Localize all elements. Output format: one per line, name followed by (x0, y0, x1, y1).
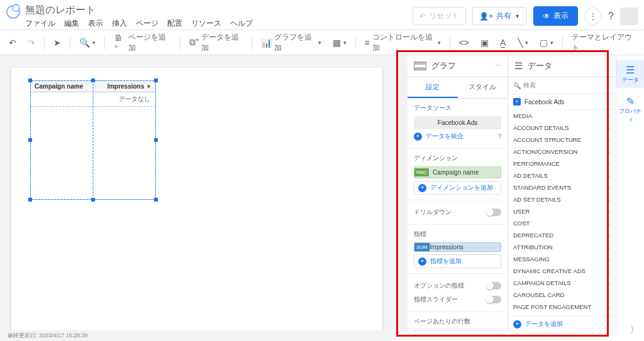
help-button[interactable]: ? (608, 11, 614, 22)
field-category[interactable]: COST⌄ (508, 217, 616, 229)
person-add-icon: 👤+ (479, 12, 493, 21)
chart-type-dropdown[interactable]: グラフ (431, 60, 491, 72)
rows-label: ページあたりの行数 (414, 317, 501, 326)
field-category[interactable]: DYNAMIC CREATIVE ADS⌄ (508, 265, 616, 277)
field-category[interactable]: ACCOUNT STRUCTURE⌄ (508, 134, 616, 146)
field-category[interactable]: PERFORMANCE⌄ (508, 158, 616, 170)
chevron-down-icon: ⌄ (606, 184, 611, 191)
plus-icon: + (418, 257, 426, 266)
field-category[interactable]: STANDARD EVENTS⌄ (508, 181, 616, 193)
datasource-label: データソース (414, 104, 501, 112)
redo-icon: ↷ (28, 38, 35, 48)
menu-help[interactable]: ヘルプ (230, 18, 253, 29)
rail-properties[interactable]: ✎プロパティ (616, 92, 644, 127)
blend-data-button[interactable]: +データを統合? (414, 129, 501, 143)
field-category[interactable]: MEDIA⌄ (508, 110, 616, 122)
dimension-chip[interactable]: RBCCampaign name (414, 166, 501, 178)
data-search[interactable]: 🔍検索 (508, 77, 616, 94)
more-vert-icon: ⋮ (589, 12, 597, 21)
add-page-button[interactable]: 🗎⁺ページを追加 (110, 30, 175, 56)
reset-button[interactable]: ↶リセット (413, 7, 466, 25)
add-data-bottom[interactable]: +データを追加 (508, 315, 616, 332)
report-page[interactable]: Campaign name Impressions ▼ データなし (11, 68, 382, 332)
menu-view[interactable]: 表示 (88, 18, 103, 29)
shape-button[interactable]: ▢▾ (536, 35, 557, 50)
search-icon: 🔍 (513, 82, 521, 89)
user-avatar[interactable] (620, 8, 638, 25)
menu-insert[interactable]: 挿入 (112, 18, 127, 29)
chevron-down-icon: ⌄ (606, 220, 611, 227)
field-category[interactable]: DEPRECATED⌄ (508, 229, 616, 241)
chevron-down-icon: ⌄ (606, 160, 611, 167)
community-viz-button[interactable]: ▦▾ (329, 35, 350, 50)
data-panel: ☰ データ 🔍検索 +Facebook Ads MEDIA⌄ACCOUNT DE… (508, 55, 616, 332)
datasource-chip[interactable]: Facebook Ads (414, 116, 501, 129)
add-data-button[interactable]: ⧉⁺データを追加 (186, 30, 247, 56)
menu-bar: ファイル 編集 表示 挿入 ページ 配置 リソース ヘルプ (25, 18, 253, 29)
chevron-down-icon: ⌄ (606, 148, 611, 155)
chevron-down-icon: ⌄ (606, 172, 611, 179)
zoom-dropdown[interactable]: 🔍▾ (75, 35, 99, 50)
share-button[interactable]: 👤+共有▼ (472, 7, 527, 25)
add-dimension-button[interactable]: +ディメンションを追加 (414, 181, 501, 195)
field-category[interactable]: MESSAGING⌄ (508, 253, 616, 265)
datasource-header[interactable]: +Facebook Ads (508, 94, 616, 110)
add-control-button[interactable]: ≡コントロールを追加▾ (360, 30, 444, 56)
drilldown-toggle[interactable] (486, 208, 501, 216)
optional-metric-toggle[interactable] (486, 282, 501, 290)
image-icon: ▣ (480, 38, 489, 48)
rows-dropdown[interactable]: 100▾ (414, 330, 501, 332)
zoom-icon: 🔍 (79, 38, 90, 48)
chevron-down-icon: ⌄ (606, 196, 611, 203)
selection-tool[interactable]: ➤ (50, 35, 65, 50)
redo-button[interactable]: ↷ (24, 35, 39, 50)
optional-metric-label: オプションの指標 (414, 281, 464, 290)
chart-icon: 📊 (261, 38, 272, 48)
plus-icon: + (418, 184, 426, 192)
field-category[interactable]: ACCOUNT DETAILS⌄ (508, 122, 616, 134)
text-icon: A̲ (500, 38, 506, 48)
chevron-down-icon: ⌄ (606, 279, 611, 286)
line-button[interactable]: ╲▾ (514, 35, 532, 50)
field-category[interactable]: AD SET DETAILS⌄ (508, 193, 616, 205)
undo-button[interactable]: ↶ (5, 35, 20, 50)
url-embed-button[interactable]: <> (455, 35, 472, 50)
undo-icon: ↶ (9, 38, 16, 48)
menu-file[interactable]: ファイル (25, 18, 55, 29)
field-category[interactable]: CAROUSEL CARD⌄ (508, 289, 616, 301)
field-category[interactable]: ACTION/CONVERSION⌄ (508, 146, 616, 158)
menu-resource[interactable]: リソース (191, 18, 221, 29)
app-logo[interactable] (6, 5, 20, 19)
chevron-down-icon: ⌄ (606, 291, 611, 298)
menu-arrange[interactable]: 配置 (167, 18, 182, 29)
theme-button[interactable]: テーマとレイアウト (568, 30, 639, 56)
line-icon: ╲ (518, 38, 523, 48)
chevron-down-icon: ⌄ (606, 124, 611, 131)
expand-button[interactable]: 〉 (630, 325, 639, 336)
field-category[interactable]: USER⌄ (508, 205, 616, 217)
field-category[interactable]: ATTRIBUTION⌄ (508, 241, 616, 253)
drilldown-label: ドリルダウン (414, 208, 452, 217)
field-category[interactable]: AD DETAILS⌄ (508, 170, 616, 181)
help-icon[interactable]: ? (497, 133, 501, 140)
field-category[interactable]: CAMPAIGN DETAILS⌄ (508, 277, 616, 289)
add-chart-button[interactable]: 📊グラフを追加▾ (257, 30, 325, 56)
document-title[interactable]: 無題のレポート (25, 4, 253, 17)
metric-slider-toggle[interactable] (486, 296, 501, 303)
data-icon: ☰ (514, 60, 523, 72)
menu-edit[interactable]: 編集 (64, 18, 79, 29)
more-button[interactable]: ⋮ (584, 8, 602, 25)
tab-style[interactable]: スタイル (458, 77, 508, 98)
filter-icon: ≡ (364, 38, 369, 48)
field-category[interactable]: PAGE POST ENGAGEMENT⌄ (508, 301, 616, 313)
data-panel-title: データ (528, 60, 609, 72)
view-button[interactable]: 👁表示 (533, 6, 578, 26)
metric-chip[interactable]: SUMImpressions (414, 242, 501, 252)
rail-data[interactable]: ☰データ (616, 60, 644, 88)
tab-settings[interactable]: 設定 (408, 77, 458, 98)
menu-page[interactable]: ページ (136, 18, 158, 29)
add-metric-button[interactable]: +指標を追加 (414, 254, 501, 268)
image-button[interactable]: ▣ (477, 35, 492, 50)
canvas-area[interactable]: Campaign name Impressions ▼ データなし (0, 55, 408, 332)
text-button[interactable]: A̲ (496, 35, 510, 50)
